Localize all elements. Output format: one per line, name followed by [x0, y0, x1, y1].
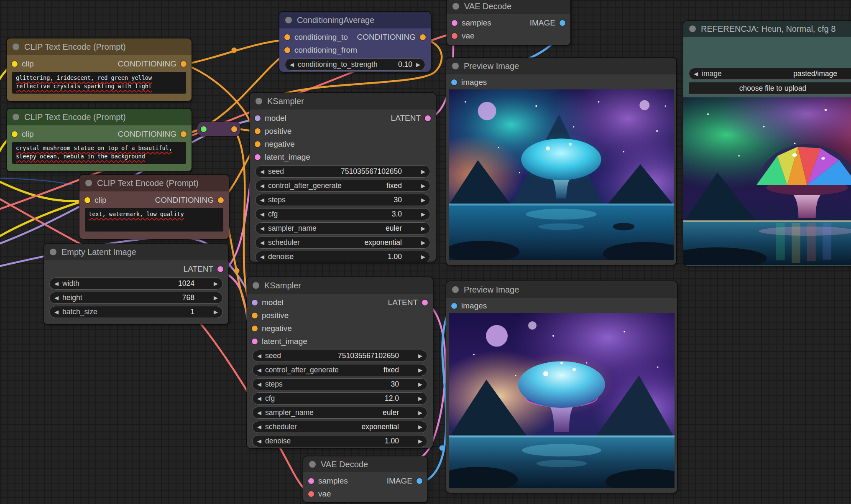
node-title-bar[interactable]: Empty Latent Image [44, 244, 228, 260]
decrement-arrow-icon[interactable]: ◀ [260, 169, 264, 174]
conditioning-output-slot[interactable] [181, 61, 187, 67]
width-widget[interactable]: ◀width1024▶ [49, 277, 223, 290]
reroute-output-slot[interactable] [231, 126, 237, 132]
vae-input-slot[interactable] [308, 491, 314, 497]
decrement-arrow-icon[interactable]: ◀ [257, 353, 261, 359]
increment-arrow-icon[interactable]: ▶ [421, 169, 425, 174]
node-title-bar[interactable]: Preview Image [446, 58, 676, 74]
decrement-arrow-icon[interactable]: ◀ [290, 62, 294, 67]
increment-arrow-icon[interactable]: ▶ [421, 254, 425, 260]
node-clip-text-encode-1[interactable]: CLIP Text Encode (Prompt) clip CONDITION… [7, 38, 192, 101]
decrement-arrow-icon[interactable]: ◀ [260, 240, 264, 245]
increment-arrow-icon[interactable]: ▶ [214, 309, 218, 315]
node-preview-image-2[interactable]: Preview Image images [446, 281, 677, 493]
increment-arrow-icon[interactable]: ▶ [418, 382, 422, 387]
decrement-arrow-icon[interactable]: ◀ [54, 281, 59, 286]
denoise-widget[interactable]: ◀denoise1.00▶ [255, 251, 430, 262]
prompt-textarea[interactable]: text, watermark, low quality [85, 208, 223, 232]
latent-image-input-slot[interactable] [252, 339, 258, 344]
increment-arrow-icon[interactable]: ▶ [416, 62, 420, 67]
conditioning-to-input-slot[interactable] [284, 34, 290, 40]
prompt-textarea[interactable]: crystal mushroom statue on top of a beau… [12, 142, 186, 164]
node-title-bar[interactable]: Preview Image [446, 281, 677, 298]
node-title-bar[interactable]: ConditioningAverage [279, 12, 431, 28]
collapse-dot-icon[interactable] [452, 3, 459, 10]
widget-value[interactable]: pasted/image [793, 69, 837, 78]
samples-input-slot[interactable] [308, 478, 314, 484]
control-after-generate-widget[interactable]: ◀control_after_generatefixed▶ [252, 364, 427, 376]
steps-widget[interactable]: ◀steps30▶ [252, 378, 427, 390]
increment-arrow-icon[interactable]: ▶ [418, 424, 422, 430]
widget-value[interactable]: fixed [386, 181, 402, 190]
clip-input-slot[interactable] [84, 197, 90, 203]
collapse-dot-icon[interactable] [452, 286, 459, 293]
positive-input-slot[interactable] [255, 128, 261, 134]
collapse-dot-icon[interactable] [309, 461, 316, 468]
widget-value[interactable]: 751035567102650 [338, 351, 399, 360]
widget-value[interactable]: euler [383, 408, 399, 417]
collapse-dot-icon[interactable] [689, 25, 696, 32]
node-title-bar[interactable]: VAE Decode [447, 0, 570, 14]
link-dot-orange-2[interactable] [234, 268, 240, 274]
increment-arrow-icon[interactable]: ▶ [421, 226, 425, 231]
increment-arrow-icon[interactable]: ▶ [421, 197, 425, 203]
conditioning-output-slot[interactable] [218, 197, 224, 203]
decrement-arrow-icon[interactable]: ◀ [260, 226, 264, 231]
clip-input-slot[interactable] [12, 61, 18, 67]
widget-value[interactable]: 1.00 [388, 252, 402, 261]
node-title-bar[interactable]: VAE Decode [303, 456, 427, 472]
increment-arrow-icon[interactable]: ▶ [421, 211, 425, 217]
steps-widget[interactable]: ◀steps30▶ [255, 194, 430, 206]
decrement-arrow-icon[interactable]: ◀ [54, 295, 59, 300]
seed-widget[interactable]: ◀seed751035567102650▶ [252, 350, 427, 362]
node-reference-image[interactable]: REFERENCJA: Heun, Normal, cfg 8 ◀ image … [683, 21, 851, 266]
increment-arrow-icon[interactable]: ▶ [418, 396, 422, 401]
widget-value[interactable]: 30 [394, 196, 402, 204]
sampler-name-widget[interactable]: ◀sampler_nameeuler▶ [252, 407, 427, 419]
node-title-bar[interactable]: CLIP Text Encode (Prompt) [7, 38, 192, 55]
latent-output-slot[interactable] [217, 266, 223, 272]
images-input-slot[interactable] [451, 79, 457, 85]
collapse-dot-icon[interactable] [253, 282, 259, 289]
widget-value[interactable]: 30 [391, 380, 399, 389]
widget-value[interactable]: 1024 [178, 279, 194, 288]
node-vae-decode-top[interactable]: VAE Decode samples IMAGE vae [447, 0, 570, 45]
prompt-textarea[interactable]: glittering, iridescent, red green yellow… [12, 72, 186, 94]
node-clip-text-encode-3[interactable]: CLIP Text Encode (Prompt) clip CONDITION… [79, 175, 229, 239]
conditioning-output-slot[interactable] [181, 131, 187, 137]
decrement-arrow-icon[interactable]: ◀ [257, 367, 261, 373]
widget-value[interactable]: 3.0 [392, 210, 402, 219]
choose-file-button[interactable]: choose file to upload [689, 82, 851, 95]
positive-input-slot[interactable] [252, 313, 258, 318]
scheduler-widget[interactable]: ◀schedulerexponential▶ [252, 421, 427, 433]
widget-value[interactable]: 768 [182, 293, 194, 302]
decrement-arrow-icon[interactable]: ◀ [257, 438, 261, 444]
decrement-arrow-icon[interactable]: ◀ [54, 309, 59, 315]
latent-image-input-slot[interactable] [255, 154, 261, 160]
node-graph-canvas[interactable]: CLIP Text Encode (Prompt) clip CONDITION… [0, 0, 851, 504]
collapse-dot-icon[interactable] [50, 249, 56, 255]
increment-arrow-icon[interactable]: ▶ [421, 183, 425, 188]
node-clip-text-encode-2[interactable]: CLIP Text Encode (Prompt) clip CONDITION… [7, 109, 192, 171]
widget-value[interactable]: exponential [361, 423, 399, 431]
cfg-widget[interactable]: ◀cfg3.0▶ [255, 208, 430, 220]
increment-arrow-icon[interactable]: ▶ [214, 295, 218, 300]
collapse-dot-icon[interactable] [13, 114, 19, 120]
decrement-arrow-icon[interactable]: ◀ [260, 197, 264, 203]
collapse-dot-icon[interactable] [452, 63, 459, 69]
widget-value[interactable]: fixed [383, 366, 399, 374]
images-input-slot[interactable] [451, 303, 457, 309]
image-widget[interactable]: ◀ image pasted/image [689, 68, 851, 80]
node-reroute[interactable] [197, 122, 240, 136]
increment-arrow-icon[interactable]: ▶ [214, 281, 218, 286]
batch-size-widget[interactable]: ◀batch_size1▶ [49, 306, 223, 318]
increment-arrow-icon[interactable]: ▶ [421, 240, 425, 245]
widget-value[interactable]: 12.0 [385, 394, 399, 403]
collapse-dot-icon[interactable] [256, 98, 262, 104]
increment-arrow-icon[interactable]: ▶ [418, 353, 422, 359]
node-ksampler-1[interactable]: KSampler model LATENT positive negative … [250, 93, 436, 262]
widget-value[interactable]: 0.10 [398, 60, 412, 69]
node-title-bar[interactable]: KSampler [250, 93, 436, 109]
widget-value[interactable]: euler [386, 224, 402, 233]
node-vae-decode-bottom[interactable]: VAE Decode samples IMAGE vae [303, 456, 427, 502]
